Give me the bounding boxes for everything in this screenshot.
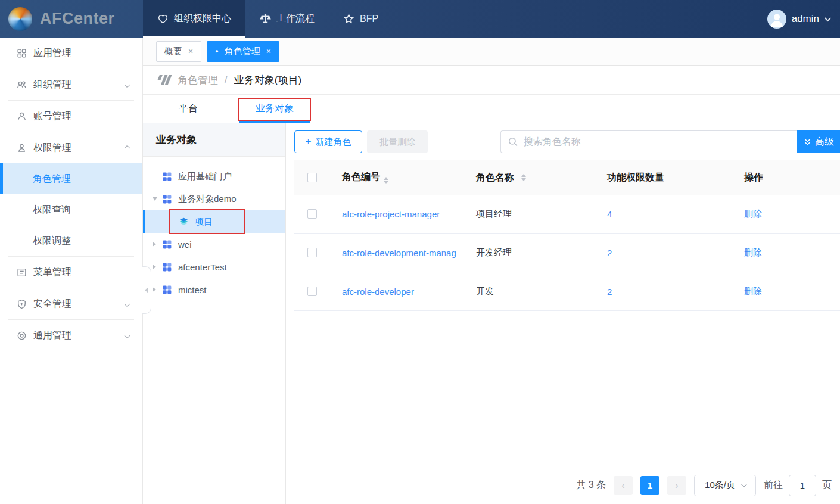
select-all-checkbox[interactable] bbox=[307, 173, 317, 182]
delete-link[interactable]: 删除 bbox=[735, 247, 840, 259]
sidebar-subitem-permission-query[interactable]: 权限查询 bbox=[0, 194, 142, 225]
nav-label: 组织权限中心 bbox=[174, 13, 231, 25]
chevron-down-icon bbox=[125, 82, 130, 88]
scale-icon bbox=[260, 13, 271, 24]
chevron-up-icon bbox=[125, 145, 130, 151]
sidebar-subitem-permission-adjust[interactable]: 权限调整 bbox=[0, 225, 142, 256]
content-area: 概要 × ● 角色管理 × 角色管理 / 业务对象(项目) 平台 业务对象 bbox=[143, 38, 840, 504]
sidebar-item-general-management[interactable]: 通用管理 bbox=[0, 320, 142, 351]
nav-item-workflow[interactable]: 工作流程 bbox=[245, 0, 329, 38]
permission-count-link[interactable]: 2 bbox=[598, 248, 735, 258]
current-page-button[interactable]: 1 bbox=[640, 476, 659, 495]
create-role-button[interactable]: + 新建角色 bbox=[294, 130, 362, 153]
page-size-value: 10条/页 bbox=[705, 480, 735, 491]
next-page-button[interactable]: › bbox=[667, 476, 686, 495]
spacer bbox=[294, 311, 840, 466]
delete-link[interactable]: 删除 bbox=[735, 209, 840, 220]
role-code-link[interactable]: afc-role-development-manag bbox=[330, 248, 467, 258]
chevron-down-icon bbox=[741, 481, 747, 487]
column-header-actions: 操作 bbox=[735, 172, 840, 184]
sort-icon[interactable] bbox=[521, 174, 526, 181]
role-code-link[interactable]: afc-role-developer bbox=[330, 287, 467, 297]
nav-item-bfp[interactable]: BFP bbox=[329, 0, 393, 38]
prev-page-button[interactable]: ‹ bbox=[614, 476, 633, 495]
person-icon bbox=[767, 10, 786, 29]
goto-suffix: 页 bbox=[822, 479, 832, 491]
workspace-tabstrip: 概要 × ● 角色管理 × bbox=[143, 38, 840, 66]
tree-node-label: 应用基础门户 bbox=[178, 171, 232, 182]
column-header-role-name[interactable]: 角色名称 bbox=[467, 172, 598, 184]
heart-icon bbox=[157, 13, 169, 24]
chevron-down-icon bbox=[825, 14, 831, 21]
user-menu[interactable]: admin bbox=[767, 0, 840, 38]
close-icon[interactable]: × bbox=[188, 46, 193, 56]
tree-node-business-object-demo[interactable]: 业务对象demo bbox=[143, 188, 285, 210]
sidebar-item-permission-management[interactable]: 权限管理 bbox=[0, 132, 142, 163]
page-size-select[interactable]: 10条/页 bbox=[694, 475, 756, 496]
tree-node-label: 业务对象demo bbox=[178, 194, 237, 205]
role-code-link[interactable]: afc-role-project-manager bbox=[330, 209, 467, 219]
permission-count-link[interactable]: 4 bbox=[598, 209, 735, 219]
business-object-tree-panel: 业务对象 应用基础门户 业务对象demo 项目 bbox=[143, 123, 286, 504]
role-list-panel: + 新建角色 批量删除 高级 bbox=[286, 123, 840, 504]
tab-business-object[interactable]: 业务对象 bbox=[239, 95, 310, 123]
sidebar-subitem-label: 权限调整 bbox=[33, 235, 71, 247]
goto-page: 前往 页 bbox=[764, 475, 832, 496]
caret-right-icon[interactable] bbox=[153, 242, 162, 247]
collapse-left-icon bbox=[145, 287, 148, 293]
row-checkbox[interactable] bbox=[307, 287, 317, 296]
chevron-down-icon bbox=[125, 332, 130, 338]
sidebar-item-org-management[interactable]: 组织管理 bbox=[0, 69, 142, 100]
row-checkbox[interactable] bbox=[307, 209, 317, 219]
search-box bbox=[500, 130, 797, 153]
nav-item-org-permission-center[interactable]: 组织权限中心 bbox=[143, 0, 245, 38]
app-grid-icon bbox=[162, 194, 172, 204]
workspace-tab-overview[interactable]: 概要 × bbox=[156, 41, 201, 62]
create-role-label: 新建角色 bbox=[315, 136, 351, 148]
caret-right-icon[interactable] bbox=[153, 265, 162, 269]
tree-node-project[interactable]: 项目 bbox=[143, 210, 285, 233]
breadcrumb-current: 业务对象(项目) bbox=[234, 73, 301, 87]
tree-node-wei[interactable]: wei bbox=[143, 233, 285, 256]
sidebar-subitem-role-management[interactable]: 角色管理 bbox=[0, 163, 142, 194]
advanced-label: 高级 bbox=[815, 136, 834, 148]
sidebar-item-security-management[interactable]: 安全管理 bbox=[0, 288, 142, 319]
close-icon[interactable]: × bbox=[266, 46, 271, 56]
tab-platform[interactable]: 平台 bbox=[155, 95, 222, 123]
delete-link[interactable]: 删除 bbox=[735, 286, 840, 297]
sidebar: 应用管理 组织管理 账号管理 权限管理 角色管理 权限查询 权限调整 bbox=[0, 38, 143, 504]
pagination: 共 3 条 ‹ 1 › 10条/页 前往 页 bbox=[294, 466, 840, 504]
people-icon bbox=[17, 80, 27, 90]
sidebar-subitem-label: 权限查询 bbox=[33, 204, 71, 216]
row-checkbox[interactable] bbox=[307, 248, 317, 257]
sidebar-item-menu-management[interactable]: 菜单管理 bbox=[0, 257, 142, 288]
column-header-role-code[interactable]: 角色编号 bbox=[330, 171, 467, 184]
sidebar-item-label: 权限管理 bbox=[33, 142, 71, 154]
search-area: 高级 bbox=[500, 130, 840, 153]
tree-node-label: afcenterTest bbox=[178, 262, 227, 272]
search-icon bbox=[508, 136, 518, 147]
caret-right-icon[interactable] bbox=[153, 287, 162, 292]
workspace-tab-role-management[interactable]: ● 角色管理 × bbox=[207, 41, 279, 62]
app-grid-icon bbox=[162, 239, 172, 250]
brand: AFCenter bbox=[0, 0, 143, 38]
tree-node-mictest[interactable]: mictest bbox=[143, 278, 285, 301]
goto-page-input[interactable] bbox=[789, 475, 816, 496]
permission-count-link[interactable]: 2 bbox=[598, 287, 735, 297]
advanced-search-button[interactable]: 高级 bbox=[797, 130, 840, 153]
batch-delete-button[interactable]: 批量删除 bbox=[367, 130, 428, 153]
sidebar-collapse-handle[interactable] bbox=[142, 266, 151, 314]
caret-down-icon[interactable] bbox=[153, 197, 162, 201]
tree-node-afcentertest[interactable]: afcenterTest bbox=[143, 256, 285, 278]
search-input[interactable] bbox=[500, 130, 797, 153]
app-grid-icon bbox=[162, 262, 172, 272]
sort-icon[interactable] bbox=[384, 177, 388, 184]
menu-icon bbox=[17, 267, 27, 278]
app-logo-icon bbox=[8, 7, 32, 31]
role-name: 开发经理 bbox=[467, 247, 598, 259]
sidebar-item-app-management[interactable]: 应用管理 bbox=[0, 38, 142, 69]
tree-node-app-base-portal[interactable]: 应用基础门户 bbox=[143, 165, 285, 188]
breadcrumb-section: 角色管理 bbox=[178, 73, 218, 87]
breadcrumb-separator: / bbox=[225, 74, 228, 86]
sidebar-item-account-management[interactable]: 账号管理 bbox=[0, 101, 142, 132]
